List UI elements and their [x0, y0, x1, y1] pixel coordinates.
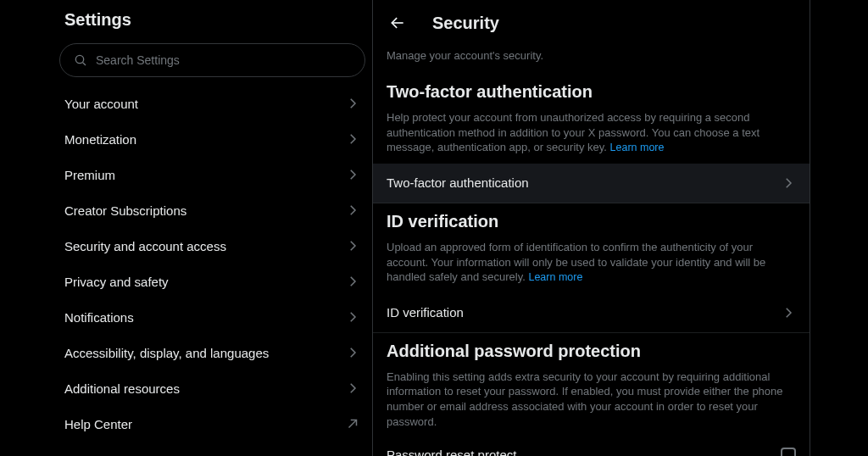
nav-label: Privacy and safety	[64, 275, 169, 289]
back-button[interactable]	[383, 8, 412, 37]
nav-label: Help Center	[64, 417, 132, 431]
password-reset-protect-label: Password reset protect	[387, 448, 516, 456]
security-panel: Security Manage your account's security.…	[373, 0, 810, 456]
nav-label: Creator Subscriptions	[64, 203, 186, 218]
settings-sidebar: Settings Your account Monetization Premi…	[53, 0, 373, 456]
twofa-row[interactable]: Two-factor authentication	[373, 164, 810, 203]
nav-label: Premium	[64, 168, 115, 182]
twofa-desc-text: Help protect your account from unauthori…	[387, 111, 760, 153]
idv-heading: ID verification	[373, 203, 810, 236]
nav-label: Additional resources	[64, 381, 180, 396]
nav-label: Notifications	[64, 310, 134, 325]
settings-nav-list: Your account Monetization Premium Creato…	[53, 86, 372, 442]
nav-additional-resources[interactable]: Additional resources	[53, 370, 372, 406]
nav-label: Security and account access	[64, 239, 226, 253]
page-title: Security	[432, 14, 499, 33]
nav-accessibility[interactable]: Accessibility, display, and languages	[53, 335, 372, 370]
twofa-heading: Two-factor authentication	[373, 74, 810, 107]
twofa-desc: Help protect your account from unauthori…	[373, 107, 810, 164]
nav-your-account[interactable]: Your account	[53, 86, 372, 121]
app-desc: Enabling this setting adds extra securit…	[373, 366, 810, 437]
idv-row[interactable]: ID verification	[373, 293, 810, 333]
chevron-right-icon	[345, 309, 360, 325]
twofa-row-label: Two-factor authentication	[387, 175, 529, 190]
nav-security-access[interactable]: Security and account access	[53, 228, 372, 264]
app-heading: Additional password protection	[373, 333, 810, 366]
search-settings[interactable]	[59, 43, 365, 77]
chevron-right-icon	[345, 131, 360, 147]
nav-premium[interactable]: Premium	[53, 157, 372, 192]
nav-label: Accessibility, display, and languages	[64, 346, 269, 360]
nav-label: Monetization	[64, 132, 136, 147]
chevron-right-icon	[345, 345, 360, 360]
idv-learn-more-link[interactable]: Learn more	[528, 271, 582, 283]
settings-title: Settings	[53, 0, 372, 38]
chevron-right-icon	[345, 238, 360, 253]
password-reset-protect-checkbox[interactable]	[781, 448, 796, 456]
idv-desc: Upload an approved form of identificatio…	[373, 236, 810, 293]
nav-creator-subscriptions[interactable]: Creator Subscriptions	[53, 192, 372, 228]
svg-point-0	[75, 55, 83, 63]
chevron-right-icon	[345, 96, 360, 111]
chevron-right-icon	[781, 175, 796, 191]
nav-monetization[interactable]: Monetization	[53, 121, 372, 157]
idv-row-label: ID verification	[387, 305, 464, 320]
chevron-right-icon	[345, 167, 360, 182]
external-link-icon	[345, 416, 360, 431]
chevron-right-icon	[345, 203, 360, 218]
nav-label: Your account	[64, 97, 138, 111]
chevron-right-icon	[781, 305, 796, 320]
search-icon	[74, 53, 87, 67]
chevron-right-icon	[345, 274, 360, 289]
search-input[interactable]	[96, 53, 351, 67]
svg-line-1	[83, 63, 86, 65]
nav-help-center[interactable]: Help Center	[53, 406, 372, 442]
nav-privacy-safety[interactable]: Privacy and safety	[53, 264, 372, 299]
chevron-right-icon	[345, 381, 360, 396]
twofa-learn-more-link[interactable]: Learn more	[610, 142, 665, 153]
nav-notifications[interactable]: Notifications	[53, 299, 372, 335]
page-subtitle: Manage your account's security.	[373, 44, 810, 74]
svg-line-2	[349, 420, 357, 428]
